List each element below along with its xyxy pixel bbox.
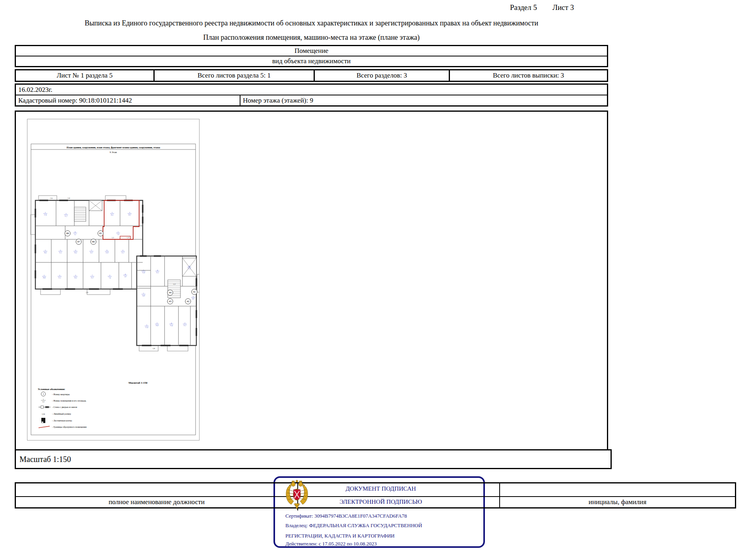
total-sheets-cell: Всего листов выписки: 3	[450, 70, 607, 81]
room-number: 1	[112, 212, 112, 213]
stamp-line1: ДОКУМЕНТ ПОДПИСАН	[321, 485, 440, 492]
coat-of-arms-eagle-icon	[285, 479, 309, 511]
room-number: 3	[146, 324, 147, 326]
red-boundary-icon	[39, 426, 50, 428]
balcony	[41, 289, 60, 295]
stamp-certificate: Сертификат: 3094B7974B3CA8E1F07A347CFAD6…	[285, 513, 407, 519]
floor-plan-drawing: План здания, сооружения, план этажа, фра…	[27, 119, 199, 440]
room-number: 6	[107, 249, 107, 251]
room-number: 3	[129, 212, 130, 213]
linear-dimension-icon: 3,60	[42, 413, 45, 415]
balcony	[87, 289, 110, 295]
legend-title: Условные обозначения:	[38, 388, 65, 390]
room-number: 4	[157, 269, 158, 271]
sheets-table: Лист № 1 раздела 5 Всего листов раздела …	[15, 69, 608, 82]
room-number: 4	[171, 322, 172, 324]
plan-floor-label: 9 Этаж	[110, 151, 117, 153]
initials-surname-label: инициалы, фамилия	[500, 497, 735, 507]
room-number: 1	[45, 249, 46, 251]
apartment-number: 44	[169, 291, 172, 294]
info-table: 16.02.2023г. Кадастровый номер: 90:18:01…	[15, 83, 608, 107]
room-number: 2	[118, 231, 118, 233]
room-number: 5	[60, 249, 61, 251]
plan-title: План здания, сооружения, план этажа, фра…	[66, 146, 160, 149]
dimension-label: 5,86	[153, 348, 155, 350]
room-number: 1	[45, 212, 46, 213]
total-sections-cell: Всего разделов: 3	[315, 70, 450, 81]
sheet-label: Лист 3	[552, 3, 574, 12]
stamp-line2: ЭЛЕКТРОННОЙ ПОДПИСЬЮ	[321, 498, 440, 505]
floor-number: Номер этажа (этажей): 9	[240, 95, 607, 105]
balcony	[139, 345, 158, 351]
section-sheets-cell: Всего листов раздела 5: 1	[155, 70, 315, 81]
scale-row: Масштаб 1:150	[15, 449, 612, 469]
room-number: 7	[92, 274, 93, 276]
wall-with-door-window-icon	[39, 406, 50, 408]
room-number: 2	[66, 213, 66, 215]
room-number: 5	[193, 295, 194, 297]
room-number: 3	[75, 249, 76, 251]
balcony	[197, 274, 199, 292]
document-title: Выписка из Единого государственного реес…	[15, 19, 608, 27]
position-title-label: полное наименование должности	[16, 497, 297, 507]
legend-item-label: - Номер помещения и его площадь	[52, 400, 86, 402]
apartment-number: 85	[99, 232, 102, 235]
dimension-label: 2,04	[50, 198, 52, 200]
balcony	[167, 345, 188, 351]
svg-text:1: 1	[43, 393, 44, 395]
room-number: 3	[75, 274, 76, 276]
section-label: Раздел 5	[510, 3, 537, 12]
balcony	[39, 196, 57, 200]
apartment-number: 42	[187, 300, 190, 303]
legend-item-label: - Лестничная клетка	[52, 419, 72, 422]
room-number: 1	[143, 269, 144, 271]
apartment-number: 86	[92, 240, 95, 243]
object-type-caption: вид объекта недвижимости	[16, 56, 607, 66]
room-number-fraction-icon: 1 2,3	[41, 398, 46, 404]
apartment-number: 88	[66, 232, 69, 235]
room-number: 2	[157, 322, 157, 324]
room-number: 2	[122, 249, 123, 251]
room-number: 5	[59, 274, 60, 276]
balcony	[105, 196, 126, 200]
stamp-validity: Действителен: с 17.05.2022 по 10.08.2023	[285, 541, 377, 547]
object-type-value: Помещение	[16, 46, 607, 56]
room-number: 2	[184, 322, 185, 324]
room-number: 8	[75, 231, 76, 233]
plan-geometry: 8885878644414342117,8211,7116,1319,783,1…	[31, 196, 199, 351]
object-type-table: Помещение вид объекта недвижимости	[15, 45, 608, 67]
room-number: 10	[188, 265, 190, 267]
room-number: 1	[143, 292, 144, 294]
dimension-label: 3,08	[68, 198, 70, 200]
cadastral-number: Кадастровый номер: 90:18:010121:1442	[16, 95, 240, 105]
balcony	[31, 215, 35, 235]
extract-date: 16.02.2023г.	[16, 85, 607, 95]
legend-item-label: - Линейный размер	[52, 413, 71, 415]
plan-scale-label: Масштаб 1:150	[128, 381, 147, 384]
sheet-number-cell: Лист № 1 раздела 5	[16, 70, 155, 81]
room-number: 2	[109, 274, 110, 276]
svg-text:1: 1	[43, 398, 44, 400]
apartment-number: 43	[169, 300, 172, 303]
legend-item-label: - Стена с дверью и окном	[52, 406, 77, 408]
stamp-owner-line2: РЕГИСТРАЦИИ, КАДАСТРА И КАРТОГРАФИИ	[285, 533, 395, 539]
room-number: 7	[91, 249, 92, 251]
document-subtitle: План расположения помещения, машино-мест…	[15, 33, 608, 42]
stamp-owner-line1: Владелец: ФЕДЕРАЛЬНАЯ СЛУЖБА ГОСУДАРСТВЕ…	[285, 522, 422, 529]
room-number: 1	[44, 274, 45, 276]
apartment-number: 87	[78, 240, 80, 243]
room-number: 4	[125, 273, 126, 275]
apartment-number: 41	[193, 290, 196, 293]
svg-text:2,3: 2,3	[43, 401, 45, 403]
staircase-icon	[41, 418, 45, 423]
plan-section-box: План здания, сооружения, план этажа, фра…	[15, 111, 608, 450]
floor-plan-sheet: План здания, сооружения, план этажа, фра…	[27, 119, 200, 441]
apartment-number-circle-icon: 1	[41, 392, 46, 396]
legend-item-label: - Номер квартиры	[52, 393, 70, 396]
legend-item-label: - Границы образуемого помещения	[52, 426, 87, 428]
